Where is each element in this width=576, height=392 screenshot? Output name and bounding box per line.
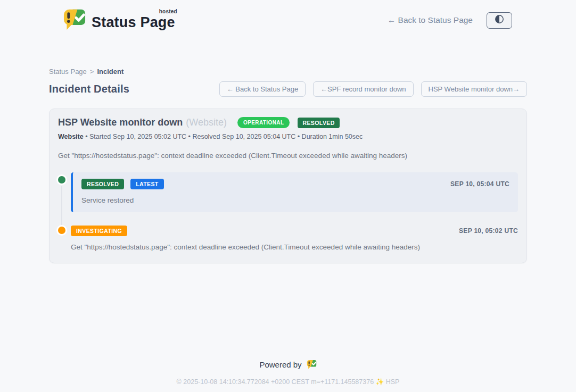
status-page-logo-icon [63,9,86,32]
incident-card: HSP Website monitor down (Website) OPERA… [49,109,527,263]
contrast-half-circle-icon [495,14,504,26]
incident-meta-times: • Started Sep 10, 2025 05:02 UTC • Resol… [84,133,363,140]
incident-title: HSP Website monitor down [58,117,183,128]
status-page-logo[interactable]: Status Page hosted [63,9,175,32]
theme-toggle-button[interactable] [487,12,512,29]
resolved-timeline-dot [58,176,65,184]
incident-timeline: RESOLVED LATEST SEP 10, 05:04 UTC Servic… [58,172,518,251]
latest-update-box: RESOLVED LATEST SEP 10, 05:04 UTC Servic… [71,172,518,212]
breadcrumb-status-page[interactable]: Status Page [49,68,87,76]
header-back-to-status-page-link[interactable]: ← Back to Status Page [388,15,473,25]
copyright-text: © 2025-10-08 14:10:34.772084 +0200 CEST … [0,378,576,386]
prev-incident-button[interactable]: ←SPF record monitor down [313,81,413,97]
next-incident-button[interactable]: HSP Website monitor down→ [421,81,527,97]
update-investigating-badge: INVESTIGATING [71,226,127,236]
powered-by-label: Powered by [259,360,301,369]
logo-hosted-label: hosted [159,9,177,14]
main-content: Status Page>Incident Incident Details ← … [49,33,527,263]
page-title: Incident Details [49,83,129,95]
incident-nav-buttons: ← Back to Status Page ←SPF record monito… [219,81,527,97]
back-to-status-page-button[interactable]: ← Back to Status Page [219,81,306,97]
header: Status Page hosted ← Back to Status Page [0,0,576,33]
breadcrumb-incident: Incident [97,68,124,76]
update-timestamp: SEP 10, 05:02 UTC [459,227,518,235]
investigating-timeline-dot [58,227,65,234]
footer: Powered by © 2025-10-08 14:10:34.772084 … [0,360,576,386]
incident-description: Get "https://hostedstatus.page": context… [58,152,518,160]
status-page-mini-logo-icon [307,360,317,369]
timeline-update-investigating: INVESTIGATING SEP 10, 05:02 UTC Get "htt… [58,226,518,251]
breadcrumb: Status Page>Incident [49,68,527,76]
powered-by[interactable]: Powered by [259,360,316,369]
incident-meta-component: Website [58,133,84,140]
update-timestamp: SEP 10, 05:04 UTC [450,180,509,188]
update-resolved-badge: RESOLVED [81,179,124,189]
incident-component: (Website) [186,117,227,128]
incident-meta: Website • Started Sep 10, 2025 05:02 UTC… [58,133,518,140]
update-latest-badge: LATEST [130,179,163,189]
operational-status-badge: OPERATIONAL [237,117,290,128]
timeline-update-resolved: RESOLVED LATEST SEP 10, 05:04 UTC Servic… [58,172,518,212]
update-message: Get "https://hostedstatus.page": context… [71,243,518,251]
breadcrumb-separator: > [90,68,94,76]
update-message: Service restored [81,196,509,204]
investigating-update: INVESTIGATING SEP 10, 05:02 UTC Get "htt… [71,226,518,251]
logo-text: Status Page hosted [92,10,175,31]
resolved-status-badge: RESOLVED [298,118,339,128]
